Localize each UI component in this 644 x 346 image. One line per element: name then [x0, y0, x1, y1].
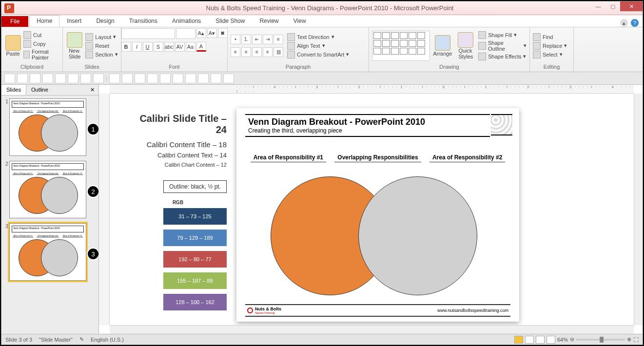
slide-editor[interactable]: · · · · I · · · · 4 · · · · I · · · · 3 …: [99, 85, 643, 334]
panel-close-button[interactable]: ✕: [86, 85, 98, 95]
indent-dec-button[interactable]: ⇤: [252, 35, 262, 44]
columns-button[interactable]: ▥: [273, 47, 283, 57]
slide-thumbnail-3[interactable]: Venn Diagram Breakout - PowerPoint 2010 …: [9, 223, 86, 281]
shadow-button[interactable]: abc: [164, 42, 174, 52]
qat-btn[interactable]: [211, 74, 221, 83]
qat-btn[interactable]: [93, 74, 104, 83]
qat-btn[interactable]: [173, 74, 183, 83]
qat-btn[interactable]: [122, 74, 133, 83]
qat-btn[interactable]: [55, 74, 66, 83]
qat-btn[interactable]: [135, 74, 145, 83]
qat-btn[interactable]: [223, 74, 234, 83]
tab-insert[interactable]: Insert: [59, 15, 89, 27]
numbering-button[interactable]: 1.: [241, 35, 251, 44]
cut-button[interactable]: Cut: [23, 31, 59, 39]
tab-view[interactable]: View: [286, 15, 313, 27]
arrange-button[interactable]: Arrange: [432, 30, 453, 62]
minimize-ribbon-icon[interactable]: ▴: [620, 19, 628, 27]
zoom-out-button[interactable]: ⊖: [570, 336, 574, 343]
format-painter-button[interactable]: Format Painter: [23, 49, 59, 60]
fit-to-window-button[interactable]: ⛶: [633, 337, 639, 343]
text-direction-button[interactable]: Text Direction ▾: [287, 33, 349, 41]
justify-button[interactable]: ≡: [263, 47, 273, 57]
copy-button[interactable]: Copy: [23, 40, 59, 48]
tab-transitions[interactable]: Transitions: [122, 15, 165, 27]
tab-design[interactable]: Design: [89, 15, 121, 27]
panel-tab-outline[interactable]: Outline: [26, 85, 53, 95]
slide-canvas[interactable]: Venn Diagram Breakout - PowerPoint 2010 …: [236, 108, 519, 322]
align-text-button[interactable]: Align Text ▾: [287, 42, 349, 50]
tab-slideshow[interactable]: Slide Show: [208, 15, 252, 27]
italic-button[interactable]: I: [132, 42, 142, 52]
venn-circle-gray[interactable]: [358, 176, 477, 295]
shrink-font-button[interactable]: A▾: [207, 28, 217, 38]
maximize-button[interactable]: ▢: [605, 1, 620, 11]
line-spacing-button[interactable]: ≡: [273, 35, 283, 44]
qat-btn[interactable]: [160, 74, 171, 83]
zoom-slider[interactable]: [576, 339, 625, 341]
tab-review[interactable]: Review: [252, 15, 286, 27]
qat-btn[interactable]: [147, 74, 158, 83]
tab-animations[interactable]: Animations: [165, 15, 208, 27]
tab-home[interactable]: Home: [29, 15, 59, 27]
group-paragraph-label: Paragraph: [231, 63, 366, 71]
close-button[interactable]: ✕: [620, 1, 643, 11]
new-slide-button[interactable]: New Slide: [66, 30, 83, 62]
char-spacing-button[interactable]: AV: [175, 42, 185, 52]
vertical-scrollbar[interactable]: [634, 94, 643, 325]
shape-gallery[interactable]: [372, 31, 430, 61]
strike-button[interactable]: S: [154, 42, 163, 52]
qat-btn[interactable]: [68, 74, 78, 83]
spellcheck-icon[interactable]: ✎: [79, 336, 84, 343]
font-color-button[interactable]: A: [196, 42, 206, 52]
indent-inc-button[interactable]: ⇥: [263, 35, 273, 44]
qat-btn[interactable]: [30, 74, 40, 83]
paste-button[interactable]: Paste: [4, 30, 21, 62]
help-icon[interactable]: ?: [631, 19, 639, 27]
align-center-button[interactable]: ≡: [241, 47, 251, 57]
layout-button[interactable]: Layout ▾: [85, 33, 118, 41]
grow-font-button[interactable]: A▴: [196, 28, 206, 38]
view-normal-button[interactable]: [514, 336, 523, 344]
shape-effects-button[interactable]: Shape Effects ▾: [478, 53, 527, 60]
section-button[interactable]: Section ▾: [85, 51, 118, 58]
tab-file[interactable]: File: [1, 16, 28, 27]
qat-btn[interactable]: [185, 74, 196, 83]
qat-btn[interactable]: [17, 74, 28, 83]
clear-format-button[interactable]: ✖: [218, 28, 228, 38]
view-slideshow-button[interactable]: [546, 336, 555, 344]
slide-thumbnail-1[interactable]: Venn Diagram Breakout - PowerPoint 2010 …: [9, 98, 86, 156]
color-swatch: 79 – 129 – 189: [163, 230, 227, 246]
view-reading-button[interactable]: [536, 336, 545, 344]
zoom-level: 64%: [557, 337, 568, 343]
bold-button[interactable]: B: [121, 42, 131, 52]
qat-btn[interactable]: [198, 74, 209, 83]
section-icon: [85, 51, 93, 58]
minimize-button[interactable]: —: [591, 1, 605, 11]
thumb-number: 3: [2, 223, 9, 229]
align-left-button[interactable]: ≡: [231, 47, 240, 57]
font-size-combo[interactable]: [176, 28, 195, 39]
qat-btn[interactable]: [80, 74, 91, 83]
slide-thumbnail-2[interactable]: Venn Diagram Breakout - PowerPoint 2010 …: [9, 161, 86, 218]
replace-button[interactable]: Replace ▾: [533, 42, 567, 50]
panel-tab-slides[interactable]: Slides: [1, 85, 26, 95]
align-right-button[interactable]: ≡: [252, 47, 262, 57]
quick-styles-button[interactable]: Quick Styles: [455, 30, 477, 62]
shape-outline-button[interactable]: Shape Outline ▾: [478, 40, 527, 52]
qat-btn[interactable]: [42, 74, 53, 83]
view-sorter-button[interactable]: [525, 336, 534, 344]
qat-btn[interactable]: [4, 74, 15, 83]
horizontal-scrollbar[interactable]: [110, 325, 634, 334]
convert-smartart-button[interactable]: Convert to SmartArt ▾: [287, 51, 349, 58]
qat-btn[interactable]: [109, 74, 120, 83]
bullets-button[interactable]: •: [231, 35, 240, 44]
zoom-in-button[interactable]: ⊕: [627, 336, 631, 343]
underline-button[interactable]: U: [143, 42, 153, 52]
select-button[interactable]: Select ▾: [533, 51, 567, 58]
change-case-button[interactable]: Aa: [186, 42, 195, 52]
reset-button[interactable]: Reset: [85, 42, 118, 50]
font-family-combo[interactable]: [121, 28, 175, 39]
shape-fill-button[interactable]: Shape Fill ▾: [478, 31, 527, 39]
find-button[interactable]: Find: [533, 33, 567, 41]
